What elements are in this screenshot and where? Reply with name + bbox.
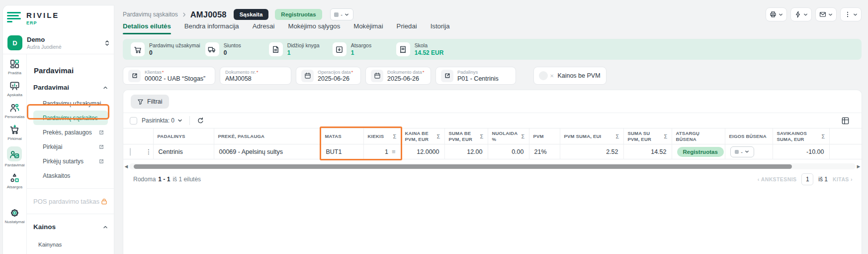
page-count: iš 1: [818, 176, 828, 183]
column-header-atsbusena[interactable]: ATSARGŲ BŪSENA: [672, 128, 725, 144]
field-dokumento-data[interactable]: Dokumento data* 2025-06-26: [365, 67, 431, 85]
summary-card-didžioji-knyga[interactable]: Didžioji knyga 1: [269, 42, 328, 56]
inventory-icon: [333, 42, 347, 56]
tab-adresai[interactable]: Adresai: [253, 22, 275, 34]
column-header-sumasupvm[interactable]: SUMA SU PVM, EUR Σ: [623, 128, 672, 144]
table-row[interactable]: ⋮Centrinis00069 - Apelsinų sultysBUT11≡1…: [123, 144, 863, 159]
column-header-padalinys[interactable]: PADALINYS: [153, 128, 214, 144]
sum-icon[interactable]: Σ: [822, 133, 825, 139]
scroll-right-icon[interactable]: ►: [856, 163, 862, 170]
sidebar-menu: Pardavimai Pardavimai Pardavimų užsakyma…: [27, 54, 114, 254]
rail-item-pradzia[interactable]: Pradžia: [8, 59, 21, 75]
tab-mokėjimo-sąlygos[interactable]: Mokėjimo sąlygos: [288, 22, 340, 34]
more-actions-button[interactable]: [840, 7, 862, 21]
module-title: Pardavimai: [34, 66, 108, 75]
print-button[interactable]: [766, 7, 787, 21]
column-label: PVM: [533, 133, 544, 139]
progress-status-select[interactable]: -: [730, 146, 754, 157]
selected-count: Pasirinkta: 0: [142, 117, 174, 124]
quick-actions-button[interactable]: [790, 7, 812, 21]
rail-item-apskaita[interactable]: Apskaita: [7, 81, 22, 97]
toggle-label: Kainos be PVM: [557, 72, 600, 79]
people-icon: [9, 103, 20, 113]
sum-icon[interactable]: Σ: [437, 133, 440, 139]
rail-item-pirkimai[interactable]: Pirkimai: [7, 125, 21, 141]
sum-icon[interactable]: Σ: [521, 133, 525, 139]
field-klientas[interactable]: Klientas* 00002 - UAB “Stogas”: [123, 67, 215, 85]
sidebar-item-akcijos[interactable]: Akcijos: [33, 252, 108, 254]
chevron-up-icon: [103, 85, 108, 90]
column-header-pvmsuma[interactable]: PVM SUMA, EUI Σ: [560, 128, 623, 144]
toggle-knob-icon: [539, 71, 548, 80]
column-header-pvm[interactable]: PVM: [529, 128, 560, 144]
logo[interactable]: RIVILE ERP: [7, 10, 59, 25]
sidebar-item-prekės-paslaugos[interactable]: Prekės, paslaugos: [33, 125, 108, 139]
sidebar-item-pirkėjų-sutartys[interactable]: Pirkėjų sutartys: [33, 154, 108, 168]
sum-icon[interactable]: Σ: [393, 133, 397, 139]
sidebar-item-ataskaitos[interactable]: Ataskaitos: [33, 168, 108, 183]
chevron-up-icon: [103, 225, 108, 230]
cell-value: 00069 - Apelsinų sultys: [219, 148, 283, 155]
current-page[interactable]: 1: [801, 173, 813, 185]
column-header-savikaina[interactable]: SAVIKAINOS SUMA, EUR Σ: [773, 128, 829, 144]
select-all-checkbox[interactable]: [130, 117, 137, 125]
sum-icon[interactable]: Σ: [664, 133, 668, 139]
scrollbar-track[interactable]: [129, 163, 856, 169]
chevron-down-icon: [745, 149, 749, 154]
rail-item-personalas[interactable]: Personalas: [4, 103, 24, 119]
menu-group-pardavimai[interactable]: Pardavimai: [33, 84, 108, 91]
flag-select[interactable]: -: [330, 8, 353, 20]
field-dokumento-nr-[interactable]: Dokumento nr.* AMJ0058: [220, 67, 291, 85]
filters-button[interactable]: Filtrai: [131, 95, 169, 109]
column-header-eigosbusena[interactable]: EIGOS BŪSENA: [725, 128, 773, 144]
sum-icon[interactable]: Σ: [480, 133, 484, 139]
scrollbar-thumb[interactable]: [134, 164, 792, 169]
column-header-suma[interactable]: SUMA BE PVM, EUR Σ: [444, 128, 488, 144]
rail-item-pardavimai[interactable]: Pardavimai: [4, 146, 24, 167]
field-padalinys[interactable]: Padalinys P01 - Centrinis: [435, 67, 516, 85]
mail-icon: [819, 11, 826, 18]
sidebar-item-pardavimų-užsakymai[interactable]: Pardavimų užsakymai: [33, 96, 108, 111]
sidebar-item-pardavimų-sąskaitos[interactable]: Pardavimų sąskaitos: [33, 111, 108, 125]
prev-page-button[interactable]: ‹ ANKSTESNIS: [758, 176, 797, 182]
email-button[interactable]: [815, 7, 837, 21]
scroll-left-icon[interactable]: ◄: [123, 163, 129, 170]
breadcrumb[interactable]: Pardavimų sąskaitos: [123, 11, 178, 18]
summary-card-siuntos[interactable]: Siuntos 0: [205, 42, 264, 56]
sidebar-item-kainynas[interactable]: Kainynas: [33, 237, 108, 252]
row-checkbox[interactable]: [130, 148, 131, 156]
refresh-icon[interactable]: [197, 117, 204, 125]
main-content: Pardavimų sąskaitos AMJ0058 Sąskaita Reg…: [114, 0, 868, 254]
chevron-down-icon[interactable]: [177, 118, 182, 123]
column-header-kiekis[interactable]: KIEKIS Σ: [363, 128, 401, 144]
column-header-matas[interactable]: MATAS: [321, 128, 363, 144]
summary-card-pardavimų-užsakymai[interactable]: Pardavimų užsakymai 0: [131, 42, 200, 56]
prices-without-vat-toggle[interactable]: ✕ Kainos be PVM: [533, 67, 607, 85]
sidebar-item-label: Pardavimų sąskaitos: [43, 115, 98, 122]
rail-item-atsargos[interactable]: Atsargos: [7, 173, 23, 189]
cell-sumasupvm: 14.52: [623, 144, 672, 159]
rail-item-nustatymai[interactable]: Nustatymai: [4, 208, 24, 224]
tab-bendra-informacija[interactable]: Bendra informacija: [184, 22, 239, 34]
tab-priedai[interactable]: Priedai: [397, 22, 417, 34]
lines-icon[interactable]: ≡: [392, 148, 396, 155]
tab-istorija[interactable]: Istorija: [431, 22, 450, 34]
row-menu-icon[interactable]: ⋮: [144, 144, 153, 159]
account-switcher[interactable]: D Demo Aušra Juodienė: [7, 34, 110, 52]
column-header-kaina[interactable]: KAINA BE PVM, EUR Σ: [401, 128, 444, 144]
column-label: ATSARGŲ BŪSENA: [676, 130, 721, 142]
tab-mokėjimai[interactable]: Mokėjimai: [353, 22, 383, 34]
sum-icon[interactable]: Σ: [616, 133, 619, 139]
field-value: 2025-06-26: [318, 75, 353, 82]
column-label: SUMA SU PVM, EUR: [628, 130, 662, 142]
summary-card-atsargos[interactable]: Atsargos 1: [333, 42, 391, 56]
sidebar-item-pirkėjai[interactable]: Pirkėjai: [33, 139, 108, 154]
tab-detalios-eilutės[interactable]: Detalios eilutės: [123, 22, 171, 34]
column-header-nuolaida[interactable]: NUOLAIDA % Σ: [488, 128, 529, 144]
column-settings-icon[interactable]: [841, 117, 850, 125]
field-operacijos-data[interactable]: Operacijos data* 2025-06-26: [296, 67, 361, 85]
summary-card-skola[interactable]: Skola 14.52 EUR: [396, 42, 455, 56]
column-header-preke[interactable]: PREKĖ, PASLAUGA: [214, 128, 321, 144]
next-page-button[interactable]: KITAS ›: [833, 176, 853, 182]
menu-group-kainos[interactable]: Kainos: [33, 223, 108, 231]
